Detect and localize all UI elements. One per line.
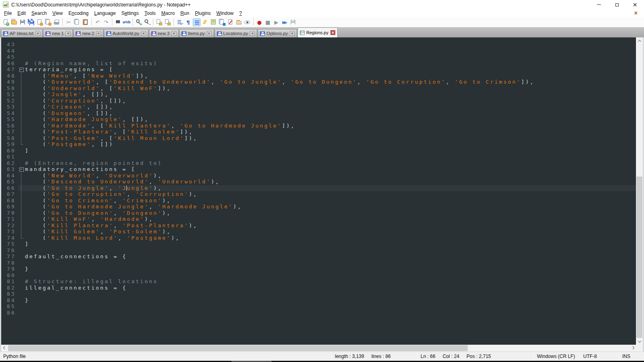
scroll-right-button[interactable]	[629, 345, 636, 352]
code-text[interactable]: # (Entrance, region pointed to)	[25, 160, 636, 167]
tab-close-icon[interactable]: ×	[35, 31, 40, 36]
code-text[interactable]: ]	[25, 241, 636, 247]
code-line-85[interactable]: 85	[1, 303, 636, 310]
code-text[interactable]	[25, 260, 636, 266]
code-text[interactable]: ('Hardmode', ['Kill Plantera', 'Go to Ha…	[25, 123, 636, 129]
tab-ap-ideas-txt[interactable]: AP Ideas.txt×	[1, 29, 43, 37]
line-number[interactable]: 71	[1, 216, 18, 222]
line-number[interactable]: 51	[1, 91, 18, 98]
code-line-59[interactable]: 59 ('Postgame', [])	[1, 141, 636, 148]
fold-collapse-icon[interactable]	[18, 166, 25, 173]
line-number[interactable]: 50	[1, 85, 18, 92]
tab-autoworld-py[interactable]: AutoWorld.py×	[104, 29, 149, 37]
tab-options-py[interactable]: Options.py×	[258, 29, 297, 37]
code-line-46[interactable]: 46# (Region name, list of exits)	[1, 60, 636, 67]
menu-edit[interactable]: Edit	[14, 10, 29, 17]
code-text[interactable]: }	[25, 297, 636, 304]
code-line-67[interactable]: 67 ('Go to Corruption', 'Corruption'),	[1, 191, 636, 197]
menu-window[interactable]: Window	[214, 10, 237, 17]
status-insert-mode[interactable]: INS	[619, 352, 644, 361]
sync-horizontal-scroll-icon[interactable]	[164, 19, 171, 26]
tab-close-icon[interactable]: ×	[66, 31, 70, 36]
line-number[interactable]: 84	[1, 297, 18, 304]
code-line-75[interactable]: 75]	[1, 241, 636, 247]
print-icon[interactable]	[53, 19, 60, 26]
code-text[interactable]: ('Corruption', []),	[25, 98, 636, 104]
code-text[interactable]	[25, 291, 636, 297]
menu-file[interactable]: File	[1, 10, 14, 17]
line-number[interactable]: 56	[1, 123, 18, 129]
code-line-80[interactable]: 80	[1, 272, 636, 279]
code-line-77[interactable]: 77default_connections = {	[1, 253, 636, 260]
tab-close-icon[interactable]: ×	[207, 31, 212, 36]
line-number[interactable]: 58	[1, 135, 18, 142]
menu-encoding[interactable]: Encoding	[66, 10, 91, 17]
code-text[interactable]: ('Kill WoF', 'Hardmode'),	[25, 216, 636, 222]
show-indent-guide-icon[interactable]	[193, 19, 200, 26]
line-number[interactable]: 62	[1, 160, 18, 167]
define-language-icon[interactable]	[227, 19, 234, 26]
code-text[interactable]: terraria_regions = [	[25, 66, 636, 73]
run-macro-multiple-icon[interactable]: ▶▶	[281, 19, 289, 26]
code-line-48[interactable]: 48 ('Menu', ['New World']),	[1, 73, 636, 79]
code-text[interactable]	[25, 154, 636, 160]
document-peeker-icon[interactable]	[244, 19, 251, 26]
code-text[interactable]: ('Descend to Underworld', 'Underworld'),	[25, 179, 636, 185]
scroll-down-button[interactable]	[636, 338, 643, 345]
line-number[interactable]: 78	[1, 260, 18, 266]
code-line-47[interactable]: 47terraria_regions = [	[1, 66, 636, 73]
menubar-close-document-icon[interactable]: x	[634, 10, 638, 16]
save-macro-icon[interactable]	[289, 19, 297, 26]
find-icon[interactable]	[114, 19, 122, 26]
tab-close-icon[interactable]: ×	[141, 31, 146, 36]
horizontal-scroll-thumb[interactable]	[8, 345, 468, 351]
function-list-icon[interactable]: ■	[218, 19, 226, 26]
code-text[interactable]: ('Dungeon', []),	[25, 110, 636, 117]
code-line-71[interactable]: 71 ('Kill WoF', 'Hardmode'),	[1, 216, 636, 222]
line-number[interactable]: 73	[1, 228, 18, 235]
horizontal-scroll-track[interactable]	[8, 345, 629, 352]
tab-new-1[interactable]: new 1×	[43, 29, 73, 37]
line-number[interactable]: 55	[1, 116, 18, 123]
save-all-icon[interactable]	[27, 19, 35, 26]
line-number[interactable]: 66	[1, 185, 18, 191]
new-file-icon[interactable]: +	[2, 19, 10, 26]
code-line-62[interactable]: 62# (Entrance, region pointed to)	[1, 160, 636, 167]
line-number[interactable]: 77	[1, 253, 18, 260]
line-number[interactable]: 54	[1, 110, 18, 117]
code-text[interactable]	[25, 272, 636, 279]
code-line-70[interactable]: 70 ('Go to Dungeon', 'Dungeon'),	[1, 210, 636, 216]
code-text[interactable]: ('Kill Golem', 'Post-Golem'),	[25, 228, 636, 235]
code-line-79[interactable]: 79}	[1, 266, 636, 272]
line-number[interactable]: 45	[1, 54, 18, 60]
tab-regions-py[interactable]: Regions.py×	[297, 27, 338, 37]
code-line-55[interactable]: 55 ('Hardmode Jungle', []),	[1, 116, 636, 123]
code-line-82[interactable]: 82illegal_connections = {	[1, 285, 636, 291]
tab-close-icon[interactable]: ×	[290, 31, 295, 36]
close-button[interactable]: ✕	[626, 0, 644, 9]
status-eol-format[interactable]: Windows (CR LF)	[534, 352, 580, 361]
code-line-44[interactable]: 44	[1, 48, 636, 54]
line-number[interactable]: 47	[1, 66, 18, 73]
code-line-43[interactable]: 43	[1, 41, 636, 48]
minimize-button[interactable]	[590, 0, 608, 9]
redo-icon[interactable]: ↷	[102, 19, 110, 26]
code-line-56[interactable]: 56 ('Hardmode', ['Kill Plantera', 'Go to…	[1, 123, 636, 129]
zoom-in-icon[interactable]: +	[135, 19, 142, 26]
tab-locations-py[interactable]: Locations.py×	[215, 29, 258, 37]
open-file-icon[interactable]	[10, 19, 18, 26]
replace-icon[interactable]: a⇆b	[123, 19, 130, 26]
code-text[interactable]: ('Post-Plantera', ['Kill Golem']),	[25, 129, 636, 135]
code-text[interactable]: ('Underworld', ['Kill WoF']),	[25, 85, 636, 92]
code-line-66[interactable]: 66 ('Go to Jungle', 'Jungle'),	[1, 185, 636, 191]
tab-close-icon[interactable]: ×	[96, 31, 101, 36]
code-text[interactable]: ('Kill Plantera', 'Post-Plantera'),	[25, 222, 636, 229]
line-number[interactable]: 79	[1, 266, 18, 272]
line-number[interactable]: 61	[1, 154, 18, 160]
maximize-restore-button[interactable]	[608, 0, 626, 9]
code-editor[interactable]: 43444546# (Region name, list of exits)47…	[1, 37, 636, 345]
code-line-58[interactable]: 58 ('Post-Golem', ['Kill Moon Lord']),	[1, 135, 636, 142]
code-line-78[interactable]: 78	[1, 260, 636, 266]
line-number[interactable]: 44	[1, 48, 18, 54]
line-number[interactable]: 80	[1, 272, 18, 279]
